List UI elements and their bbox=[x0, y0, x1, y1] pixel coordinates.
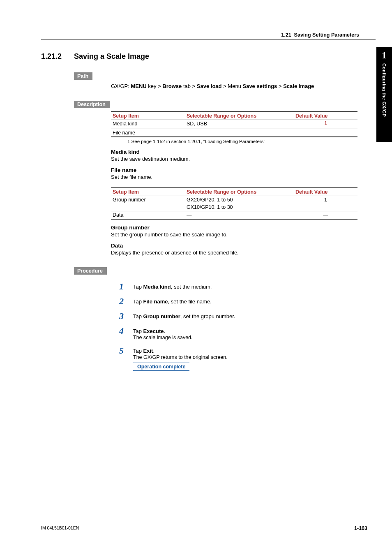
procedure-step-3: 3 Tap Group number, set the gropu number… bbox=[119, 312, 376, 321]
th-setup-item: Setup Item bbox=[111, 112, 185, 120]
setup-table-2: Setup Item Selectable Range or Options D… bbox=[111, 187, 357, 220]
top-rule bbox=[41, 39, 376, 39]
th-range: Selectable Range or Options bbox=[185, 112, 294, 120]
footer-doc-id: IM 04L51B01-01EN bbox=[41, 525, 79, 530]
step-number: 4 bbox=[119, 326, 133, 335]
running-head: 1.21 Saving Setting Parameters bbox=[281, 32, 359, 38]
footnote-1: 1 See page 1-152 in section 1.20.1, "Loa… bbox=[127, 139, 376, 144]
procedure-step-2: 2 Tap File name, set the file name. bbox=[119, 297, 376, 306]
section-heading: 1.21.2 Saving a Scale Image bbox=[41, 52, 376, 61]
step-number: 2 bbox=[119, 297, 133, 306]
description-block: Setup Item Selectable Range or Options D… bbox=[111, 111, 376, 256]
step-number: 1 bbox=[119, 282, 133, 291]
operation-complete-badge: Operation complete bbox=[133, 363, 189, 371]
footer-page-number: 1-163 bbox=[354, 525, 367, 531]
th-setup-item: Setup Item bbox=[111, 188, 185, 196]
subtext-data: Displays the presence or absence of the … bbox=[111, 250, 376, 256]
table-row: Group number GX20/GP20: 1 to 50 1 bbox=[111, 196, 357, 204]
subhead-data: Data bbox=[111, 243, 376, 249]
section-title: Saving a Scale Image bbox=[74, 52, 149, 61]
step-number: 3 bbox=[119, 312, 133, 321]
procedure-step-5: 5 Tap Exit. The GX/GP returns to the ori… bbox=[119, 346, 376, 371]
chapter-num: 1 bbox=[376, 50, 392, 61]
subhead-group-number: Group number bbox=[111, 224, 376, 231]
step-subtext: The scale image is saved. bbox=[133, 335, 193, 340]
procedure-step-1: 1 Tap Media kind, set the medium. bbox=[119, 282, 376, 291]
chapter-label: Configuring the GX/GP bbox=[382, 63, 387, 117]
section-number: 1.21.2 bbox=[41, 52, 74, 61]
subtext-file-name: Set the file name. bbox=[111, 174, 376, 180]
chapter-tab: 1 Configuring the GX/GP bbox=[376, 47, 392, 142]
subhead-media-kind: Media kind bbox=[111, 149, 376, 155]
running-head-num: 1.21 bbox=[281, 32, 291, 38]
table-row: GX10/GP10: 1 to 30 bbox=[111, 204, 357, 211]
step-subtext: The GX/GP returns to the original screen… bbox=[133, 354, 228, 360]
subtext-media-kind: Set the save destination medium. bbox=[111, 156, 376, 162]
setup-table-1: Setup Item Selectable Range or Options D… bbox=[111, 111, 357, 137]
description-label: Description bbox=[74, 101, 110, 108]
th-default: Default Value bbox=[294, 112, 357, 120]
procedure-label: Procedure bbox=[74, 267, 107, 275]
table-row: File name — — bbox=[111, 129, 357, 137]
procedure-list: 1 Tap Media kind, set the medium. 2 Tap … bbox=[119, 282, 376, 371]
subtext-group-number: Set the group number to save the scale i… bbox=[111, 231, 376, 238]
th-range: Selectable Range or Options bbox=[185, 188, 294, 196]
th-default: Default Value bbox=[294, 188, 357, 196]
running-head-title: Saving Setting Parameters bbox=[294, 32, 359, 38]
subhead-file-name: File name bbox=[111, 167, 376, 173]
procedure-step-4: 4 Tap Execute. The scale image is saved. bbox=[119, 326, 376, 340]
path-breadcrumb: GX/GP: MENU key > Browse tab > Save load… bbox=[111, 83, 376, 89]
table-row: Media kind SD, USB 1 bbox=[111, 120, 357, 129]
page: 1.21 Saving Setting Parameters 1 Configu… bbox=[0, 0, 392, 555]
table-row: Data — — bbox=[111, 211, 357, 220]
path-label: Path bbox=[74, 72, 92, 80]
page-footer: IM 04L51B01-01EN 1-163 bbox=[41, 524, 367, 531]
step-number: 5 bbox=[119, 346, 133, 355]
